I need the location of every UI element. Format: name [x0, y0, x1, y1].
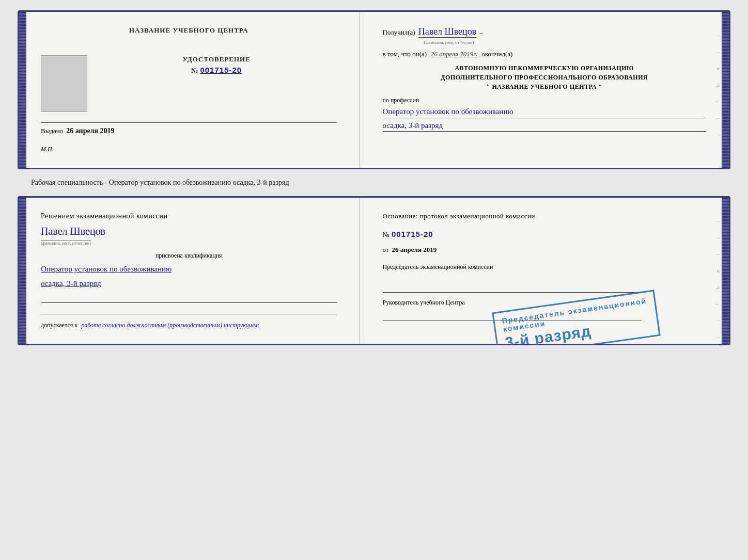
spine-right-1	[722, 12, 729, 168]
cert-number-prefix: №	[191, 67, 198, 75]
photo-box	[41, 55, 87, 112]
cert-label: УДОСТОВЕРЕНИЕ	[97, 55, 337, 63]
fio-dash: –	[479, 28, 483, 37]
protocol-number: 001715-20	[392, 230, 433, 238]
admission-container: допускается к работе согласно должностны…	[41, 322, 337, 329]
commission-fio: Павел Швецов	[41, 226, 337, 237]
received-prefix: Получил(а)	[383, 28, 415, 37]
document-1: НАЗВАНИЕ УЧЕБНОГО ЦЕНТРА УДОСТОВЕРЕНИЕ №…	[18, 10, 730, 169]
doc2-left-panel: Решением экзаменационной комиссии Павел …	[19, 198, 360, 344]
from-date: 26 апреля 2019	[392, 246, 437, 254]
admission-text: работе согласно должностным (производств…	[81, 322, 259, 329]
doc1-school-title: НАЗВАНИЕ УЧЕБНОГО ЦЕНТРА	[41, 26, 337, 35]
admission-prefix: допускается к	[41, 322, 77, 329]
sign-area-chairman	[383, 281, 642, 293]
document-2: Решением экзаменационной комиссии Павел …	[18, 196, 730, 345]
fio-label-doc2: (фамилия, имя, отчество)	[41, 240, 91, 246]
spine-right-2	[722, 198, 729, 344]
doc1-right-panel: Получил(а) Павел Швецов – (фамилия, имя,…	[360, 12, 729, 168]
vtom-label: в том, что он(а)	[383, 50, 427, 58]
mp-label: М.П.	[41, 146, 337, 153]
issued-date: 26 апреля 2019	[66, 127, 114, 135]
chairman-label: Председатель экзаменационной комиссии	[383, 263, 706, 271]
profession-label: по профессии	[383, 97, 706, 104]
issued-label: Выдано	[41, 127, 63, 135]
completed-label: окончил(а)	[481, 50, 512, 58]
completed-date: 26 апреля 2019г.	[431, 50, 477, 58]
doc2-right-panel: Основание: протокол экзаменационной коми…	[360, 198, 729, 344]
protocol-number-prefix: №	[383, 231, 389, 239]
fio-label-doc1: (фамилия, имя, отчество)	[383, 40, 706, 45]
qual-line2: осадка, 3-й разряд	[41, 277, 337, 290]
basis-text: Основание: протокол экзаменационной коми…	[383, 212, 706, 220]
assigned-label: присвоена квалификация	[41, 252, 337, 260]
separator-label: Рабочая специальность - Оператор установ…	[10, 179, 289, 187]
recipient-name: Павел Швецов	[418, 26, 477, 38]
doc1-left-panel: НАЗВАНИЕ УЧЕБНОГО ЦЕНТРА УДОСТОВЕРЕНИЕ №…	[19, 12, 360, 168]
org-line1: АВТОНОМНУЮ НЕКОММЕРЧЕСКУЮ ОРГАНИЗАЦИЮ ДО…	[383, 63, 706, 91]
profession-value: Оператор установок по обезвоживанию	[383, 105, 706, 119]
rank-value: осадка, 3-й разряд	[383, 121, 706, 132]
cert-number: 001715-20	[200, 66, 242, 74]
qual-line1: Оператор установок по обезвоживанию	[41, 263, 337, 275]
from-prefix: от	[383, 246, 389, 254]
decision-text: Решением экзаменационной комиссии	[41, 212, 337, 220]
